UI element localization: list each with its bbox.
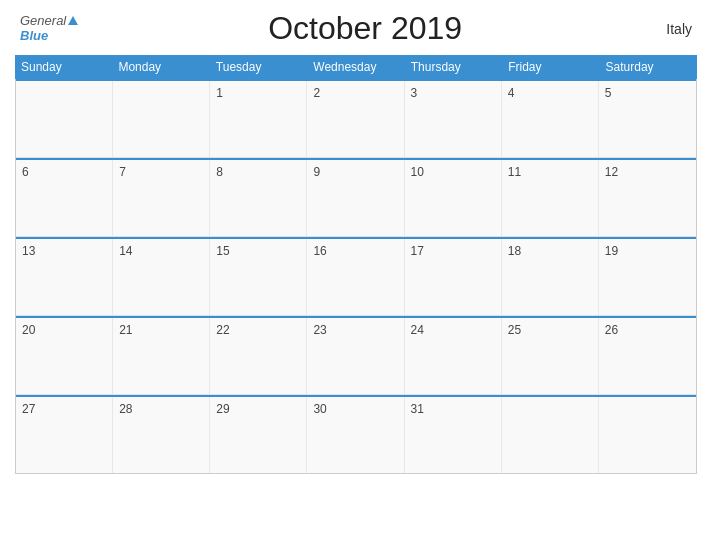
date-number: 15 — [216, 244, 300, 258]
calendar-cell — [502, 397, 599, 473]
calendar-cell: 9 — [307, 160, 404, 236]
date-number: 3 — [411, 86, 495, 100]
day-header-wednesday: Wednesday — [307, 55, 404, 79]
date-number: 16 — [313, 244, 397, 258]
calendar-cell: 13 — [16, 239, 113, 315]
calendar-cell: 19 — [599, 239, 696, 315]
calendar-cell: 4 — [502, 81, 599, 157]
calendar-cell: 29 — [210, 397, 307, 473]
date-number: 6 — [22, 165, 106, 179]
calendar-cell: 12 — [599, 160, 696, 236]
day-header-sunday: Sunday — [15, 55, 112, 79]
date-number: 5 — [605, 86, 690, 100]
calendar-cell: 21 — [113, 318, 210, 394]
logo-blue-text: Blue — [20, 29, 48, 43]
date-number: 8 — [216, 165, 300, 179]
calendar-cell: 17 — [405, 239, 502, 315]
calendar-cell: 16 — [307, 239, 404, 315]
calendar-cell: 11 — [502, 160, 599, 236]
date-number: 12 — [605, 165, 690, 179]
date-number: 10 — [411, 165, 495, 179]
date-number: 26 — [605, 323, 690, 337]
calendar-week-5: 2728293031 — [16, 395, 696, 474]
date-number: 25 — [508, 323, 592, 337]
calendar-cell: 30 — [307, 397, 404, 473]
calendar-cell: 5 — [599, 81, 696, 157]
date-number: 22 — [216, 323, 300, 337]
calendar-cell: 31 — [405, 397, 502, 473]
date-number: 9 — [313, 165, 397, 179]
date-number: 31 — [411, 402, 495, 416]
calendar-week-4: 20212223242526 — [16, 316, 696, 395]
calendar-cell: 10 — [405, 160, 502, 236]
calendar-cell: 7 — [113, 160, 210, 236]
calendar-cell: 15 — [210, 239, 307, 315]
date-number: 14 — [119, 244, 203, 258]
date-number: 11 — [508, 165, 592, 179]
day-header-monday: Monday — [112, 55, 209, 79]
calendar-week-1: 12345 — [16, 79, 696, 158]
calendar-cell: 28 — [113, 397, 210, 473]
header: General Blue October 2019 Italy — [15, 10, 697, 47]
date-number: 2 — [313, 86, 397, 100]
logo: General Blue — [20, 14, 78, 43]
calendar-cell: 25 — [502, 318, 599, 394]
calendar-cell: 1 — [210, 81, 307, 157]
date-number: 27 — [22, 402, 106, 416]
logo-triangle-icon — [68, 16, 78, 25]
date-number: 4 — [508, 86, 592, 100]
calendar-cell: 23 — [307, 318, 404, 394]
days-header: SundayMondayTuesdayWednesdayThursdayFrid… — [15, 55, 697, 79]
calendar-cell: 26 — [599, 318, 696, 394]
date-number: 1 — [216, 86, 300, 100]
calendar-container: General Blue October 2019 Italy SundayMo… — [0, 0, 712, 550]
calendar-grid: 1234567891011121314151617181920212223242… — [15, 79, 697, 474]
date-number: 24 — [411, 323, 495, 337]
calendar-cell: 14 — [113, 239, 210, 315]
day-header-tuesday: Tuesday — [210, 55, 307, 79]
country-label: Italy — [652, 21, 692, 37]
date-number: 21 — [119, 323, 203, 337]
date-number: 19 — [605, 244, 690, 258]
calendar-cell — [113, 81, 210, 157]
calendar-cell: 20 — [16, 318, 113, 394]
calendar-cell — [599, 397, 696, 473]
calendar-cell: 18 — [502, 239, 599, 315]
day-header-saturday: Saturday — [600, 55, 697, 79]
calendar-cell: 24 — [405, 318, 502, 394]
date-number: 28 — [119, 402, 203, 416]
calendar-cell: 3 — [405, 81, 502, 157]
date-number: 30 — [313, 402, 397, 416]
calendar-cell: 8 — [210, 160, 307, 236]
day-header-thursday: Thursday — [405, 55, 502, 79]
date-number: 13 — [22, 244, 106, 258]
calendar-week-2: 6789101112 — [16, 158, 696, 237]
date-number: 17 — [411, 244, 495, 258]
calendar-cell: 27 — [16, 397, 113, 473]
calendar-week-3: 13141516171819 — [16, 237, 696, 316]
day-header-friday: Friday — [502, 55, 599, 79]
calendar-cell: 6 — [16, 160, 113, 236]
calendar-cell: 2 — [307, 81, 404, 157]
logo-general-text: General — [20, 14, 78, 28]
calendar-cell: 22 — [210, 318, 307, 394]
date-number: 18 — [508, 244, 592, 258]
date-number: 7 — [119, 165, 203, 179]
date-number: 23 — [313, 323, 397, 337]
calendar-title: October 2019 — [78, 10, 652, 47]
date-number: 29 — [216, 402, 300, 416]
date-number: 20 — [22, 323, 106, 337]
calendar-cell — [16, 81, 113, 157]
